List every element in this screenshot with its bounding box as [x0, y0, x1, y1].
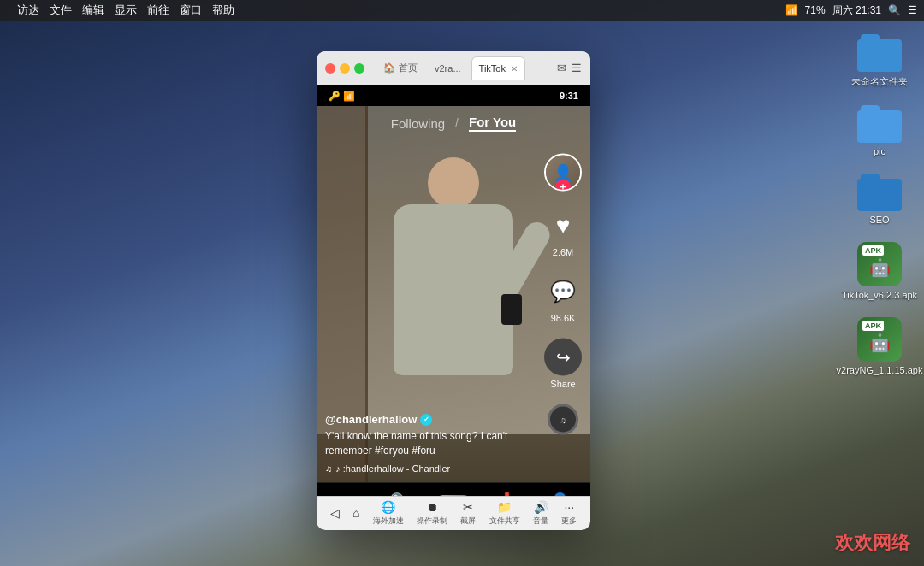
- menu-view[interactable]: 显示: [115, 3, 137, 18]
- heart-icon: ♥: [544, 207, 582, 245]
- tab-home[interactable]: 🏠 首页: [376, 56, 424, 80]
- follow-plus-icon: +: [555, 180, 571, 192]
- screenshot-icon: ✂: [463, 500, 473, 514]
- desktop-icon-pic[interactable]: pic: [849, 105, 910, 156]
- toolbar-fileshare-label: 文件共享: [489, 516, 520, 527]
- tab-tiktok[interactable]: TikTok ✕: [471, 56, 525, 80]
- record-icon: ⏺: [426, 500, 438, 514]
- android-icon: 🤖: [869, 257, 891, 278]
- minimize-button[interactable]: [340, 63, 350, 74]
- fileshare-icon: 📁: [497, 500, 512, 514]
- share-button[interactable]: ↪ Share: [544, 339, 582, 389]
- tiktok-nav-tabs: Following / For You: [317, 106, 590, 139]
- status-left-icons: 🔑 📶: [329, 91, 355, 102]
- desktop-icon-tiktok-apk[interactable]: APK 🤖 TikTok_v6.2.3.apk: [849, 242, 910, 300]
- tab-v2ra[interactable]: v2ra...: [428, 56, 468, 80]
- creator-avatar: 👤 +: [544, 154, 582, 192]
- tab-v2ra-label: v2ra...: [435, 63, 461, 74]
- toolbar-overseas[interactable]: 🌐 海外加速: [373, 500, 404, 527]
- toolbar-more[interactable]: ··· 更多: [561, 500, 577, 527]
- desktop-icon-seo[interactable]: SEO: [849, 174, 910, 225]
- share-icon: ↪: [544, 339, 582, 376]
- phone-container: 🔑 📶 9:31 Following / For You: [317, 85, 590, 530]
- android-icon: 🤖: [869, 333, 891, 353]
- maximize-button[interactable]: [354, 63, 364, 74]
- browser-menu-icon[interactable]: ☰: [572, 62, 582, 74]
- menu-time: 周六 21:31: [832, 3, 881, 18]
- apk-badge: APK: [862, 321, 884, 331]
- tiktok-video-area[interactable]: Following / For You 👤 +: [317, 106, 590, 482]
- tab-for-you[interactable]: For You: [469, 115, 516, 132]
- browser-mail-icon[interactable]: ✉: [557, 62, 566, 74]
- browser-window: 🏠 首页 v2ra... TikTok ✕ ✉ ☰ 🔑 📶 9:31: [317, 51, 590, 530]
- status-time: 9:31: [560, 91, 578, 101]
- apk-icon: APK 🤖: [857, 242, 902, 286]
- traffic-lights: [325, 63, 364, 74]
- menu-edit[interactable]: 编辑: [82, 3, 104, 18]
- desktop-icon-unnamed-folder[interactable]: 未命名文件夹: [849, 34, 910, 88]
- menu-bar-left: 访达 文件 编辑 显示 前往 窗口 帮助: [7, 3, 234, 18]
- desktop-icon-v2ray-apk[interactable]: APK 🤖 v2rayNG_1.1.15.apk: [849, 317, 910, 375]
- menu-window[interactable]: 窗口: [180, 3, 202, 18]
- toolbar-more-label: 更多: [561, 516, 577, 527]
- menu-bar: 访达 文件 编辑 显示 前往 窗口 帮助 📶 71% 周六 21:31 🔍 ☰: [0, 0, 924, 21]
- menu-bar-right: 📶 71% 周六 21:31 🔍 ☰: [785, 3, 917, 18]
- close-button[interactable]: [325, 63, 335, 74]
- toolbar-record-label: 操作录制: [417, 516, 447, 527]
- menu-control-icon[interactable]: ☰: [908, 4, 917, 16]
- person-head: [428, 157, 479, 209]
- folder-icon: [857, 34, 902, 72]
- tab-following[interactable]: Following: [391, 116, 445, 131]
- browser-chrome: 🏠 首页 v2ra... TikTok ✕ ✉ ☰: [317, 51, 590, 85]
- desktop-icon-label: SEO: [869, 215, 889, 225]
- browser-tabs: 🏠 首页 v2ra... TikTok ✕: [376, 56, 550, 80]
- tab-close-icon[interactable]: ✕: [511, 64, 518, 74]
- music-disc-icon: ♫: [548, 404, 578, 435]
- folder-icon: [857, 105, 902, 143]
- menu-search-icon[interactable]: 🔍: [888, 4, 901, 16]
- toolbar-home[interactable]: ⌂: [352, 506, 359, 522]
- more-icon: ···: [564, 500, 574, 514]
- phone-status-bar: 🔑 📶 9:31: [317, 85, 590, 106]
- menu-finder[interactable]: 访达: [17, 3, 39, 18]
- toolbar-overseas-label: 海外加速: [373, 516, 404, 527]
- music-label: ♪ :handlerhallow - Chandler: [335, 463, 450, 474]
- menu-go[interactable]: 前往: [147, 3, 169, 18]
- comment-icon: 💬: [544, 273, 582, 310]
- video-music: ♫ ♪ :handlerhallow - Chandler: [325, 463, 539, 474]
- comment-button[interactable]: 💬 98.6K: [544, 273, 582, 323]
- apk-icon: APK 🤖: [857, 317, 902, 362]
- browser-action-icons: ✉ ☰: [557, 62, 582, 74]
- toolbar-screenshot[interactable]: ✂ 截屏: [460, 500, 476, 527]
- desktop-icon-label: TikTok_v6.2.3.apk: [842, 290, 917, 300]
- toolbar-back[interactable]: ◁: [330, 506, 340, 522]
- virtual-toolbar: ◁ ⌂ 🌐 海外加速 ⏺ 操作录制 ✂ 截屏 📁 文件共享 🔊 音量 ···: [317, 496, 590, 530]
- toolbar-volume[interactable]: 🔊 音量: [533, 500, 548, 527]
- video-caption: Y'all know the name of this song? I can'…: [325, 429, 539, 458]
- desktop-icon-label: v2rayNG_1.1.15.apk: [837, 365, 923, 375]
- apk-badge: APK: [862, 245, 884, 256]
- desktop-icons: 未命名文件夹 pic SEO APK 🤖 TikTok_v6.2.3.apk A…: [849, 34, 910, 375]
- verified-badge-icon: ✓: [420, 414, 432, 426]
- share-label: Share: [550, 379, 575, 389]
- tab-tiktok-label: TikTok: [479, 63, 506, 74]
- comment-count: 98.6K: [551, 313, 576, 323]
- music-note-icon: ♫: [325, 463, 332, 474]
- video-username[interactable]: @chandlerhallow ✓: [325, 413, 539, 426]
- overseas-icon: 🌐: [381, 500, 395, 514]
- creator-avatar-button[interactable]: 👤 +: [544, 154, 582, 192]
- phone-in-hand: [501, 294, 522, 325]
- menu-wifi-icon: 📶: [785, 4, 798, 16]
- like-button[interactable]: ♥ 2.6M: [544, 207, 582, 257]
- watermark: 欢欢网络: [835, 530, 910, 556]
- volume-icon: 🔊: [534, 500, 548, 514]
- music-disc-button[interactable]: ♫: [548, 404, 578, 435]
- menu-help[interactable]: 帮助: [212, 3, 234, 18]
- desktop-icon-label: pic: [874, 146, 886, 156]
- desktop-icon-label: 未命名文件夹: [851, 75, 908, 88]
- toolbar-fileshare[interactable]: 📁 文件共享: [489, 500, 520, 527]
- menu-battery: 71%: [805, 4, 826, 16]
- back-icon: ◁: [330, 506, 340, 520]
- toolbar-record[interactable]: ⏺ 操作录制: [417, 500, 447, 527]
- menu-file[interactable]: 文件: [50, 3, 72, 18]
